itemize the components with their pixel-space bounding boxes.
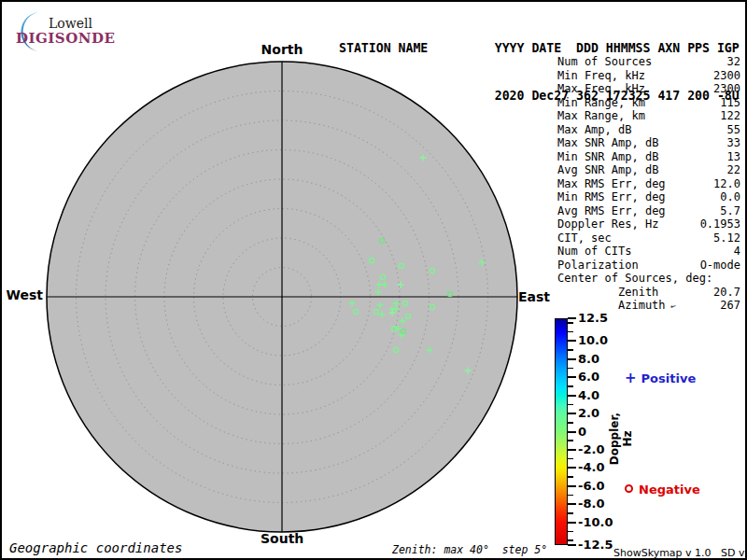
colorbar-minor-tick: [568, 440, 573, 441]
stats-row: Max Freq, kHz2300: [557, 82, 740, 96]
colorbar-minor-tick: [568, 458, 573, 460]
colorbar-major-tick: [568, 413, 576, 414]
stats-row: Min RMS Err, deg0.0: [557, 190, 740, 204]
colorbar-major-tick: [568, 431, 576, 433]
colorbar-major-tick: [568, 544, 576, 546]
legend-negative-label: Negative: [639, 483, 700, 497]
colorbar-tick-label: 10.0: [578, 333, 608, 347]
stat-label: Max SNR Amp, dB: [557, 136, 658, 150]
stat-value: O-mode: [700, 259, 740, 273]
stat-label: Min Freq, kHz: [557, 69, 645, 83]
colorbar-major-tick: [568, 449, 576, 451]
stats-row: Max Range, km122: [557, 109, 740, 123]
stat-label: Min Range, km: [557, 96, 645, 110]
stat-value: 55: [727, 123, 740, 137]
stats-panel: Num of Sources32Min Freq, kHz2300Max Fre…: [557, 55, 740, 313]
stats-row: Max Amp, dB55: [557, 123, 740, 137]
stat-value: 5.7: [720, 204, 740, 218]
skymap-svg: [39, 54, 525, 539]
logo-lowell-text: Lowell: [49, 16, 92, 31]
azimuth-direction-arrow: ←: [669, 299, 678, 314]
colorbar-tick-label: 8.0: [578, 352, 599, 366]
stats-row: Min Range, km115: [557, 96, 740, 110]
colorbar-major-tick: [568, 467, 576, 469]
colorbar-tick-label: -10.0: [578, 515, 613, 529]
colorbar-minor-tick: [568, 422, 573, 424]
colorbar-minor-tick: [568, 476, 573, 478]
legend-negative: Negative: [625, 483, 700, 497]
version-label: ShowSkymap v 1.0 SD v 5.1: [613, 547, 747, 559]
stat-value: 267: [720, 299, 740, 313]
stat-label: Min RMS Err, deg: [557, 190, 666, 204]
stat-label: Min SNR Amp, dB: [557, 150, 658, 164]
stat-value: 0.0: [720, 190, 740, 204]
colorbar-axis-title: Doppler, Hz: [608, 405, 634, 472]
doppler-colorbar: [555, 318, 568, 545]
stat-value: 22: [727, 163, 740, 177]
negative-circle-icon: [625, 484, 633, 493]
stats-row: Doppler Res, Hz0.1953: [557, 217, 740, 231]
stat-value: 0.1953: [700, 217, 740, 231]
stats-row: Avg SNR Amp, dB22: [557, 163, 740, 177]
zenith-range-note: Zenith: max 40° step 5°: [392, 543, 547, 556]
colorbar-minor-tick: [568, 368, 573, 370]
stats-row: PolarizationO-mode: [557, 259, 740, 273]
compass-label-west: West: [2, 287, 43, 302]
showskymap-window: Lowell DIGISONDE STATION NAME YYYY DATE …: [0, 0, 747, 560]
lowell-digisonde-logo: Lowell DIGISONDE: [11, 7, 133, 52]
colorbar-minor-tick: [568, 349, 573, 351]
stat-value: 2300: [713, 82, 740, 96]
stat-value: 5.12: [713, 231, 740, 245]
stat-label: Max Range, km: [557, 109, 645, 123]
colorbar-minor-tick: [568, 495, 573, 497]
stats-row: Num of Sources32: [557, 55, 740, 69]
stat-label: Num of Sources: [557, 55, 652, 69]
stat-value: 32: [727, 55, 740, 69]
colorbar-tick-label: -6.0: [578, 479, 604, 493]
stats-row: Num of CITs4: [557, 245, 740, 259]
logo-digisonde-text: DIGISONDE: [16, 30, 115, 47]
stat-value: 33: [727, 136, 740, 150]
stats-row: Max SNR Amp, dB33: [557, 136, 740, 150]
stat-value: 12.0: [713, 177, 740, 191]
colorbar-minor-tick: [568, 331, 573, 333]
positive-plus-icon: +: [625, 370, 637, 386]
legend-positive: +Positive: [625, 371, 696, 385]
colorbar-minor-tick: [568, 531, 573, 533]
stat-label: CIT, sec: [557, 231, 612, 245]
stats-row: Min SNR Amp, dB13: [557, 150, 740, 164]
colorbar-major-tick: [568, 376, 576, 378]
stat-value: 122: [720, 109, 740, 123]
colorbar-major-tick: [568, 485, 576, 487]
colorbar-tick-label: 2.0: [578, 406, 599, 420]
colorbar-tick-label: -4.0: [578, 460, 604, 474]
stat-label: Max Amp, dB: [557, 123, 631, 137]
stat-value: 115: [720, 96, 740, 110]
colorbar-major-tick: [568, 358, 576, 360]
stat-value: 20.7: [713, 286, 740, 300]
colorbar-minor-tick: [568, 385, 573, 387]
stats-row: CIT, sec5.12: [557, 231, 740, 245]
stat-value: 2300: [713, 69, 740, 83]
stat-label: Avg RMS Err, deg: [557, 204, 666, 218]
colorbar-minor-tick: [568, 322, 573, 324]
stat-label: Zenith: [557, 286, 658, 300]
stat-value: 4: [734, 245, 740, 259]
colorbar-major-tick: [568, 317, 576, 319]
colorbar-tick-label: -12.5: [578, 538, 613, 552]
colorbar-tick-label: 0: [578, 425, 586, 439]
stat-label: Doppler Res, Hz: [557, 217, 658, 231]
coordinates-mode-label: Geographic coordinates: [9, 540, 182, 555]
stat-label: Center of Sources, deg:: [557, 272, 712, 286]
stat-label: Polarization: [557, 259, 639, 273]
stats-row: Center of Sources, deg:: [557, 272, 740, 286]
colorbar-tick-label: 6.0: [578, 370, 599, 384]
colorbar-major-tick: [568, 503, 576, 505]
colorbar-major-tick: [568, 522, 576, 524]
stat-label: Avg SNR Amp, dB: [557, 163, 658, 177]
colorbar-minor-tick: [568, 512, 573, 514]
colorbar-minor-tick: [568, 539, 573, 541]
stats-row: Min Freq, kHz2300: [557, 69, 740, 83]
colorbar-major-tick: [568, 395, 576, 397]
legend-positive-label: Positive: [641, 371, 697, 385]
